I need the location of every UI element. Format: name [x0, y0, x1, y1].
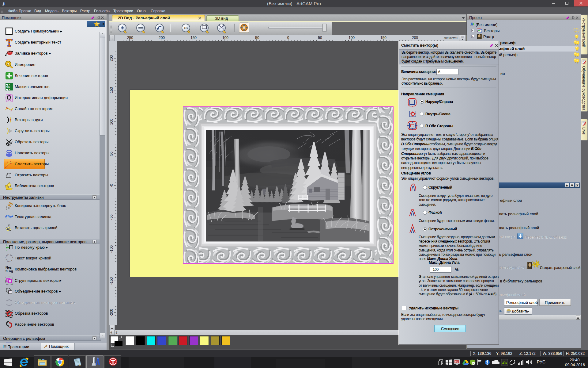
svg-text:-50: -50: [109, 214, 114, 220]
svg-text:-250: -250: [126, 36, 133, 40]
svg-text:ng: ng: [9, 269, 13, 273]
svg-text:+: +: [506, 311, 508, 314]
svg-text:150: 150: [109, 87, 114, 93]
svg-text:t: t: [9, 254, 9, 255]
svg-text:100: 100: [349, 36, 355, 40]
svg-text:-150: -150: [109, 277, 114, 285]
svg-text:-0: -0: [109, 184, 114, 187]
svg-text:50: 50: [318, 36, 322, 40]
svg-text:-150: -150: [189, 36, 197, 40]
svg-text:200: 200: [109, 55, 114, 61]
svg-text:ti: ti: [6, 269, 8, 273]
svg-text:r: r: [8, 260, 9, 262]
svg-text:t: t: [5, 257, 6, 259]
svg-text:-100: -100: [221, 36, 228, 40]
svg-text:100: 100: [109, 119, 114, 125]
svg-text:millimetres: millimetres: [444, 36, 458, 40]
svg-text:0: 0: [287, 36, 289, 40]
svg-text:Nes: Nes: [6, 266, 12, 269]
svg-text:a: a: [12, 256, 13, 258]
svg-text:●▮▲: ●▮▲: [6, 88, 10, 90]
svg-text:200: 200: [412, 36, 418, 40]
svg-text:●▮▲: ●▮▲: [6, 83, 10, 86]
svg-text:-100: -100: [109, 245, 114, 253]
svg-text:50: 50: [109, 151, 114, 156]
svg-text:e: e: [10, 259, 12, 262]
svg-text:x: x: [7, 254, 8, 256]
svg-text:-200: -200: [157, 36, 165, 40]
svg-text:-200: -200: [109, 309, 114, 316]
svg-text:1:1: 1:1: [184, 26, 188, 29]
svg-text:v: v: [9, 260, 10, 262]
svg-text:-50: -50: [254, 36, 259, 40]
svg-text:SC: SC: [455, 361, 458, 363]
svg-text:150: 150: [380, 36, 386, 40]
svg-text:ABC: ABC: [6, 86, 10, 88]
